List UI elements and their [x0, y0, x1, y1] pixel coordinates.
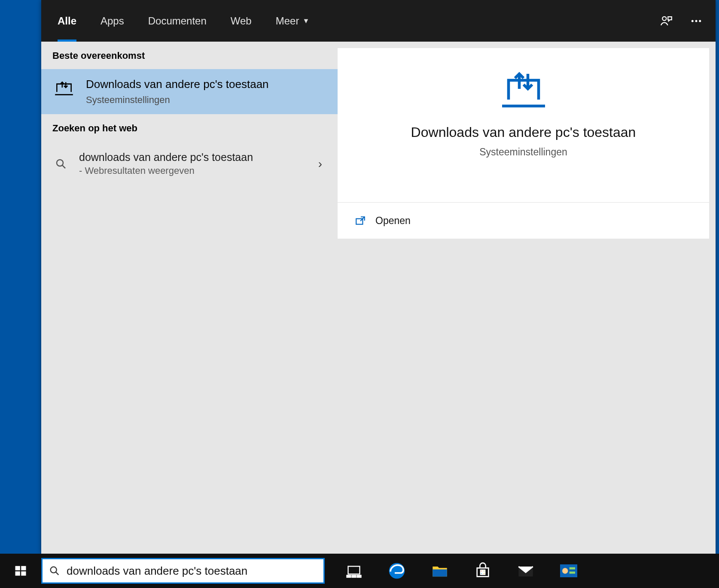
- tab-label: Alle: [58, 15, 76, 27]
- svg-rect-9: [21, 571, 26, 576]
- preview-card: Downloads van andere pc's toestaan Syste…: [338, 48, 709, 203]
- file-explorer-button[interactable]: [427, 558, 453, 584]
- svg-rect-23: [570, 567, 575, 570]
- open-external-icon: [355, 215, 366, 227]
- taskbar-search-input[interactable]: [67, 564, 317, 578]
- svg-point-4: [57, 160, 63, 166]
- open-action[interactable]: Openen: [338, 203, 709, 239]
- svg-rect-18: [483, 570, 485, 572]
- tab-meer[interactable]: Meer ▼: [264, 0, 322, 42]
- svg-rect-11: [348, 567, 360, 574]
- tab-documenten[interactable]: Documenten: [136, 0, 219, 42]
- best-match-header: Beste overeenkomst: [41, 42, 338, 69]
- web-section-header: Zoeken op het web: [41, 114, 338, 142]
- svg-rect-17: [481, 570, 482, 572]
- start-button[interactable]: [0, 554, 41, 588]
- laptop-arrows-icon: [52, 77, 76, 100]
- control-panel-button[interactable]: [556, 558, 582, 584]
- search-panel-body: Beste overeenkomst Downloads van andere …: [41, 42, 716, 554]
- tab-label: Meer: [276, 15, 299, 27]
- web-result-text: downloads van andere pc's toestaan - Web…: [79, 151, 253, 176]
- preview-title: Downloads van andere pc's toestaan: [411, 124, 636, 140]
- tab-alle[interactable]: Alle: [46, 0, 88, 42]
- tab-apps[interactable]: Apps: [88, 0, 136, 42]
- feedback-button[interactable]: [651, 0, 681, 42]
- best-match-subtitle: Systeeminstellingen: [86, 94, 269, 106]
- svg-rect-19: [481, 573, 482, 574]
- svg-point-0: [662, 16, 666, 20]
- search-icon: [52, 158, 70, 170]
- results-column: Beste overeenkomst Downloads van andere …: [41, 42, 338, 554]
- open-action-label: Openen: [375, 215, 411, 227]
- feedback-person-icon: [659, 14, 673, 28]
- search-icon: [49, 565, 61, 577]
- taskbar-search-box[interactable]: [41, 558, 325, 584]
- svg-rect-7: [21, 566, 26, 570]
- control-panel-icon: [560, 564, 577, 577]
- svg-point-2: [695, 20, 698, 22]
- microsoft-store-icon: [474, 562, 491, 579]
- svg-rect-8: [15, 571, 20, 576]
- svg-rect-16: [433, 570, 447, 577]
- laptop-arrows-icon: [498, 65, 549, 112]
- tab-label: Documenten: [148, 15, 207, 27]
- svg-rect-12: [347, 576, 351, 578]
- best-match-title: Downloads van andere pc's toestaan: [86, 77, 269, 92]
- more-options-button[interactable]: [681, 0, 711, 42]
- chevron-down-icon: ▼: [302, 17, 309, 25]
- chevron-right-icon: ›: [318, 157, 322, 171]
- preview-actions: Openen: [338, 203, 709, 239]
- web-result-item[interactable]: downloads van andere pc's toestaan - Web…: [41, 142, 338, 186]
- svg-rect-24: [570, 572, 575, 574]
- best-match-text: Downloads van andere pc's toestaan Syste…: [86, 77, 269, 106]
- svg-point-3: [699, 20, 701, 22]
- svg-rect-14: [357, 576, 361, 578]
- svg-point-22: [562, 568, 568, 573]
- windows-logo-icon: [14, 564, 27, 577]
- svg-rect-20: [483, 573, 485, 574]
- mail-icon: [517, 562, 534, 579]
- search-panel: Alle Apps Documenten Web Meer ▼: [41, 0, 716, 554]
- svg-rect-6: [15, 566, 20, 570]
- tab-label: Web: [231, 15, 252, 27]
- taskbar-apps: [341, 554, 582, 588]
- file-explorer-icon: [431, 562, 448, 579]
- web-result-title: downloads van andere pc's toestaan: [79, 151, 253, 164]
- microsoft-store-button[interactable]: [470, 558, 496, 584]
- tab-label: Apps: [101, 15, 124, 27]
- more-horizontal-icon: [690, 15, 703, 27]
- svg-point-10: [51, 567, 57, 573]
- task-view-icon: [346, 563, 362, 579]
- search-tabs: Alle Apps Documenten Web Meer ▼: [41, 0, 716, 42]
- mail-button[interactable]: [513, 558, 539, 584]
- preview-column: Downloads van andere pc's toestaan Syste…: [338, 42, 716, 554]
- web-result-subtitle: - Webresultaten weergeven: [79, 165, 253, 176]
- edge-browser-button[interactable]: [384, 558, 410, 584]
- preview-subtitle: Systeeminstellingen: [479, 146, 567, 158]
- svg-point-1: [692, 20, 694, 22]
- taskbar: [0, 554, 719, 588]
- tab-web[interactable]: Web: [219, 0, 264, 42]
- svg-rect-13: [352, 576, 356, 578]
- best-match-result[interactable]: Downloads van andere pc's toestaan Syste…: [41, 69, 338, 114]
- task-view-button[interactable]: [341, 558, 367, 584]
- edge-browser-icon: [388, 562, 405, 579]
